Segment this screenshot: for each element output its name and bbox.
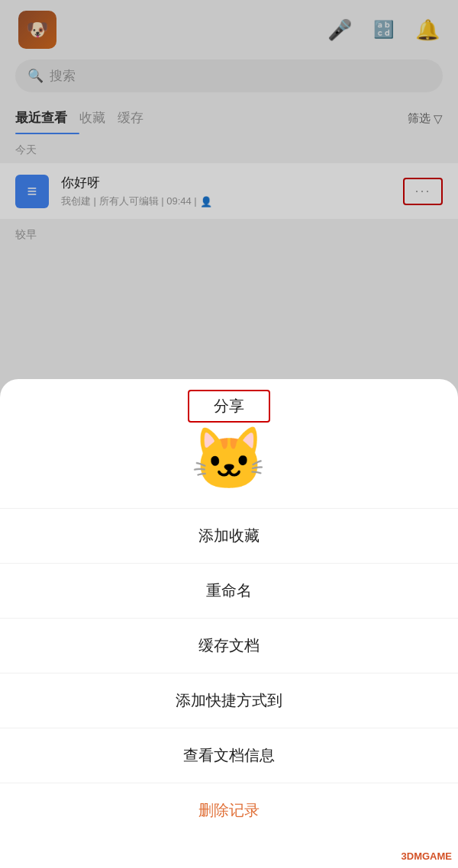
menu-delete-record[interactable]: 删除记录 <box>0 783 458 837</box>
menu-add-favorite[interactable]: 添加收藏 <box>0 509 458 564</box>
menu-view-info[interactable]: 查看文档信息 <box>0 728 458 783</box>
sticker-emoji: 🐱 <box>191 429 267 490</box>
watermark: 3DMGAME <box>402 850 458 862</box>
bottom-sheet: 分享 🐱 添加收藏 重命名 缓存文档 添加快捷方式到 查看文档信息 删除记录 <box>0 379 458 868</box>
menu-rename[interactable]: 重命名 <box>0 564 458 619</box>
menu-cache-doc[interactable]: 缓存文档 <box>0 619 458 674</box>
share-area: 分享 🐱 <box>0 379 458 509</box>
menu-add-shortcut[interactable]: 添加快捷方式到 <box>0 674 458 728</box>
share-label[interactable]: 分享 <box>188 390 270 423</box>
